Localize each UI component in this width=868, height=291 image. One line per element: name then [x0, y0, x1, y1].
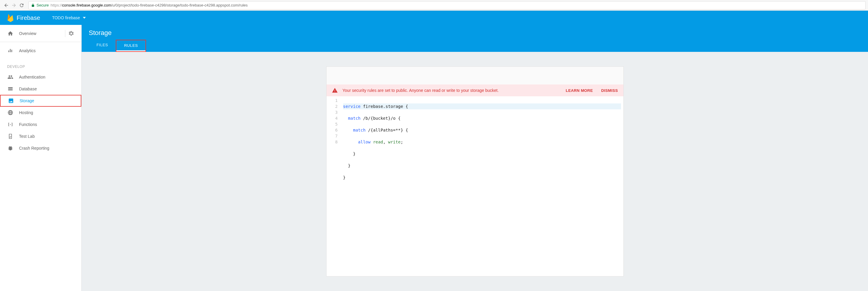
tabs: FILES RULES [89, 40, 861, 52]
sidebar: Overview Analytics DEVELOP Authenticatio… [0, 25, 82, 291]
workspace: Overview Analytics DEVELOP Authenticatio… [0, 25, 868, 291]
sidebar-item-label: Test Lab [19, 134, 35, 139]
content-area: Your security rules are set to public. A… [82, 52, 868, 291]
people-icon [7, 74, 14, 80]
project-picker[interactable]: TODO firebase [52, 15, 86, 20]
main-header: Storage FILES RULES [82, 25, 868, 52]
sidebar-item-functions[interactable]: Functions [0, 118, 81, 131]
sidebar-item-database[interactable]: Database [0, 83, 81, 95]
sidebar-item-authentication[interactable]: Authentication [0, 71, 81, 83]
browser-forward-button [10, 1, 18, 9]
sidebar-item-label: Analytics [19, 48, 36, 53]
caret-down-icon [83, 17, 86, 19]
browser-back-button[interactable] [2, 1, 10, 9]
image-icon [8, 98, 14, 104]
secure-label: Secure [36, 3, 49, 7]
lock-icon [31, 4, 35, 7]
browser-reload-button[interactable] [18, 1, 26, 9]
rules-editor-card: Your security rules are set to public. A… [327, 67, 623, 276]
sidebar-item-label: Overview [19, 31, 36, 36]
browser-address-bar[interactable]: Secure https://console.firebase.google.c… [29, 1, 866, 9]
dismiss-button[interactable]: DISMISS [601, 88, 618, 93]
product-name: Firebase [17, 14, 40, 21]
editor-toolbar [327, 67, 623, 84]
sidebar-item-label: Storage [20, 98, 34, 103]
gear-icon [68, 31, 74, 36]
code-content[interactable]: service firebase.storage { match /b/{buc… [341, 96, 623, 276]
security-alert: Your security rules are set to public. A… [327, 84, 623, 96]
app-bar: Firebase TODO firebase [0, 11, 868, 25]
bug-icon [7, 145, 14, 151]
sidebar-item-label: Authentication [19, 75, 45, 79]
code-editor[interactable]: 12345678 service firebase.storage { matc… [327, 96, 623, 276]
database-icon [7, 86, 14, 92]
sidebar-section-develop: DEVELOP [0, 59, 81, 71]
main: Storage FILES RULES Your security rules … [82, 25, 868, 291]
sidebar-item-label: Hosting [19, 110, 33, 115]
browser-toolbar: Secure https://console.firebase.google.c… [0, 0, 868, 11]
learn-more-button[interactable]: LEARN MORE [566, 88, 593, 93]
sidebar-item-label: Database [19, 86, 37, 91]
alert-message: Your security rules are set to public. A… [343, 88, 557, 93]
sidebar-item-test-lab[interactable]: Test Lab [0, 131, 81, 142]
url-path: /u/0/project/todo-firebase-c4298/storage… [111, 3, 248, 7]
warning-icon [332, 87, 338, 93]
globe-icon [7, 110, 14, 116]
page-title: Storage [89, 29, 861, 37]
url-prefix: https:// [51, 3, 62, 7]
home-icon [7, 31, 14, 36]
functions-icon [7, 121, 14, 128]
arrow-right-icon [11, 3, 17, 8]
settings-button[interactable] [65, 30, 74, 37]
tab-files[interactable]: FILES [89, 40, 116, 52]
sidebar-item-label: Functions [19, 122, 37, 127]
firebase-logo-icon [7, 14, 14, 22]
sidebar-item-storage[interactable]: Storage [0, 95, 81, 107]
sidebar-item-overview[interactable]: Overview [0, 25, 81, 42]
project-name: TODO firebase [52, 15, 80, 20]
tab-rules[interactable]: RULES [116, 40, 146, 52]
reload-icon [19, 3, 24, 8]
device-check-icon [7, 133, 14, 139]
sidebar-item-label: Crash Reporting [19, 146, 49, 150]
url-host: console.firebase.google.com [62, 3, 111, 7]
sidebar-item-hosting[interactable]: Hosting [0, 107, 81, 118]
sidebar-item-analytics[interactable]: Analytics [0, 42, 81, 59]
sidebar-item-crash-reporting[interactable]: Crash Reporting [0, 142, 81, 154]
line-gutter: 12345678 [327, 96, 341, 276]
arrow-left-icon [4, 3, 9, 8]
analytics-icon [7, 48, 14, 53]
